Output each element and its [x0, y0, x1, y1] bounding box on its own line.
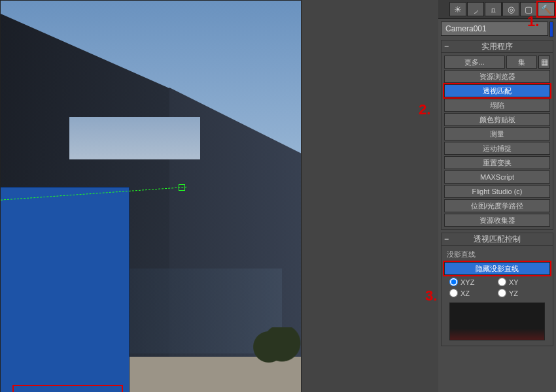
maxscript-button[interactable]: MAXScript	[444, 171, 550, 184]
axis-yz-radio[interactable]: YZ	[498, 289, 534, 297]
reset-xform-button[interactable]: 重置变换	[444, 156, 550, 169]
callout-3: 3.	[425, 287, 437, 304]
minus-icon: −	[444, 235, 449, 244]
command-panel: ☀ ◞ ⩍ ◎ ▢ 🔨 − 实用程序 更多... 集 ▦ 资源浏览器	[438, 0, 556, 392]
perspective-box-gizmo[interactable]	[0, 187, 130, 392]
measure-button[interactable]: 测量	[444, 127, 550, 140]
flight-studio-button[interactable]: Flight Studio (c)	[444, 185, 550, 198]
minus-icon: −	[444, 42, 449, 51]
more-button[interactable]: 更多...	[444, 56, 505, 69]
light-icon[interactable]: ☀	[449, 2, 466, 16]
config-button[interactable]: ▦	[538, 56, 550, 69]
hide-vanishing-lines-button[interactable]: 隐藏没影直线	[444, 262, 550, 275]
axis-radio-group: XYZ XY XZ YZ	[444, 276, 550, 299]
utilities-icon[interactable]: 🔨	[538, 2, 555, 16]
motion-icon[interactable]: ◎	[502, 2, 519, 16]
curve-icon[interactable]: ◞	[467, 2, 484, 16]
asset-browser-button[interactable]: 资源浏览器	[444, 70, 550, 83]
utilities-rollout: − 实用程序 更多... 集 ▦ 资源浏览器 透视匹配 塌陷 颜色剪贴板 测量 …	[441, 40, 553, 230]
rollout-title: 透视匹配控制	[442, 234, 553, 245]
hierarchy-icon[interactable]: ⩍	[485, 2, 502, 16]
utilities-rollout-header[interactable]: − 实用程序	[442, 41, 553, 53]
preview-swatch	[449, 302, 545, 340]
callout-2: 2.	[419, 101, 430, 118]
object-color-swatch[interactable]	[549, 22, 553, 37]
axis-xyz-radio[interactable]: XYZ	[449, 278, 486, 286]
vanishing-line-handle[interactable]	[179, 184, 185, 191]
viewport[interactable]	[0, 0, 302, 392]
callout-1: 1.	[527, 13, 539, 30]
empty-area	[302, 0, 438, 392]
color-clipboard-button[interactable]: 颜色剪贴板	[444, 113, 550, 126]
perspective-match-rollout: − 透视匹配控制 没影直线 隐藏没影直线 XYZ XY XZ YZ	[441, 233, 553, 346]
axis-xz-radio[interactable]: XZ	[449, 289, 486, 297]
motion-capture-button[interactable]: 运动捕捉	[444, 142, 550, 155]
perspective-match-rollout-header[interactable]: − 透视匹配控制	[442, 233, 553, 246]
collapse-button[interactable]: 塌陷	[444, 99, 550, 112]
rollout-title: 实用程序	[442, 41, 553, 52]
vanishing-lines-label: 没影直线	[444, 248, 550, 261]
axis-xy-radio[interactable]: XY	[498, 278, 534, 286]
asset-collector-button[interactable]: 资源收集器	[444, 214, 550, 227]
bitmap-path-button[interactable]: 位图/光度学路径	[444, 199, 550, 212]
sets-button[interactable]: 集	[506, 56, 537, 69]
highlight-box	[12, 385, 123, 392]
perspective-match-button[interactable]: 透视匹配	[444, 84, 550, 97]
